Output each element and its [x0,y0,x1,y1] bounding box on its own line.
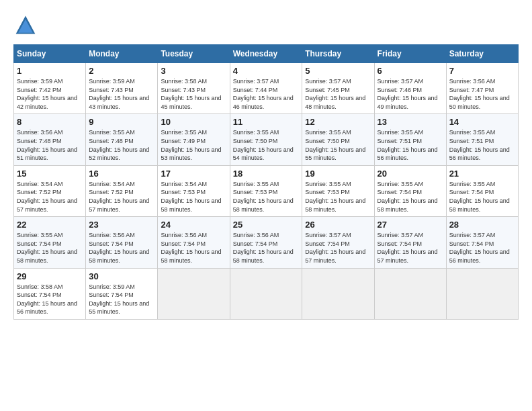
calendar-cell: 27 Sunrise: 3:57 AMSunset: 7:54 PMDaylig… [374,217,446,268]
day-number: 17 [161,169,226,179]
logo-icon [13,13,38,38]
day-number: 27 [378,220,443,230]
day-info: Sunrise: 3:55 AMSunset: 7:51 PMDaylight:… [378,128,443,162]
page-header [13,13,519,38]
calendar-cell: 20 Sunrise: 3:55 AMSunset: 7:54 PMDaylig… [374,165,446,216]
weekday-header-friday: Friday [374,45,446,63]
calendar-cell: 30 Sunrise: 3:59 AMSunset: 7:54 PMDaylig… [86,268,158,319]
day-number: 10 [161,117,226,127]
day-number: 19 [305,169,371,179]
day-info: Sunrise: 3:57 AMSunset: 7:54 PMDaylight:… [378,231,443,265]
calendar-cell: 17 Sunrise: 3:54 AMSunset: 7:53 PMDaylig… [158,165,230,216]
calendar-table: SundayMondayTuesdayWednesdayThursdayFrid… [13,44,519,320]
day-info: Sunrise: 3:59 AMSunset: 7:43 PMDaylight:… [89,77,154,111]
calendar-week-1: 1 Sunrise: 3:59 AMSunset: 7:42 PMDayligh… [14,63,519,114]
calendar-cell: 24 Sunrise: 3:56 AMSunset: 7:54 PMDaylig… [158,217,230,268]
day-info: Sunrise: 3:58 AMSunset: 7:54 PMDaylight:… [17,283,83,316]
calendar-cell [230,268,302,319]
day-number: 9 [89,117,154,127]
calendar-week-2: 8 Sunrise: 3:56 AMSunset: 7:48 PMDayligh… [14,114,519,165]
day-info: Sunrise: 3:55 AMSunset: 7:51 PMDaylight:… [449,128,515,162]
day-info: Sunrise: 3:54 AMSunset: 7:53 PMDaylight:… [161,180,226,214]
calendar-cell: 14 Sunrise: 3:55 AMSunset: 7:51 PMDaylig… [446,114,518,165]
day-info: Sunrise: 3:55 AMSunset: 7:49 PMDaylight:… [161,128,226,162]
day-info: Sunrise: 3:59 AMSunset: 7:54 PMDaylight:… [89,283,154,316]
day-number: 14 [449,117,515,127]
day-info: Sunrise: 3:55 AMSunset: 7:54 PMDaylight:… [17,231,83,265]
day-number: 20 [378,169,443,179]
day-number: 23 [89,220,154,230]
day-info: Sunrise: 3:57 AMSunset: 7:54 PMDaylight:… [305,231,371,265]
calendar-cell: 23 Sunrise: 3:56 AMSunset: 7:54 PMDaylig… [86,217,158,268]
weekday-header-row: SundayMondayTuesdayWednesdayThursdayFrid… [14,45,519,63]
day-info: Sunrise: 3:58 AMSunset: 7:43 PMDaylight:… [161,77,226,111]
calendar-cell: 12 Sunrise: 3:55 AMSunset: 7:50 PMDaylig… [302,114,374,165]
calendar-cell: 16 Sunrise: 3:54 AMSunset: 7:52 PMDaylig… [86,165,158,216]
calendar-week-4: 22 Sunrise: 3:55 AMSunset: 7:54 PMDaylig… [14,217,519,268]
calendar-cell: 6 Sunrise: 3:57 AMSunset: 7:46 PMDayligh… [374,63,446,114]
calendar-cell: 29 Sunrise: 3:58 AMSunset: 7:54 PMDaylig… [14,268,86,319]
day-number: 16 [89,169,154,179]
calendar-week-3: 15 Sunrise: 3:54 AMSunset: 7:52 PMDaylig… [14,165,519,216]
day-info: Sunrise: 3:55 AMSunset: 7:48 PMDaylight:… [89,128,154,162]
calendar-cell: 18 Sunrise: 3:55 AMSunset: 7:53 PMDaylig… [230,165,302,216]
day-number: 29 [17,271,83,281]
calendar-cell: 3 Sunrise: 3:58 AMSunset: 7:43 PMDayligh… [158,63,230,114]
weekday-header-monday: Monday [86,45,158,63]
day-number: 1 [17,66,83,76]
day-info: Sunrise: 3:57 AMSunset: 7:54 PMDaylight:… [449,231,515,265]
calendar-cell: 9 Sunrise: 3:55 AMSunset: 7:48 PMDayligh… [86,114,158,165]
day-number: 18 [233,169,300,179]
day-number: 8 [17,117,83,127]
calendar-cell: 13 Sunrise: 3:55 AMSunset: 7:51 PMDaylig… [374,114,446,165]
day-number: 3 [161,66,226,76]
calendar-cell: 8 Sunrise: 3:56 AMSunset: 7:48 PMDayligh… [14,114,86,165]
day-number: 11 [233,117,300,127]
day-number: 28 [449,220,515,230]
calendar-cell: 4 Sunrise: 3:57 AMSunset: 7:44 PMDayligh… [230,63,302,114]
day-number: 22 [17,220,83,230]
day-info: Sunrise: 3:57 AMSunset: 7:46 PMDaylight:… [378,77,443,111]
weekday-header-saturday: Saturday [446,45,518,63]
calendar-cell [446,268,518,319]
calendar-week-5: 29 Sunrise: 3:58 AMSunset: 7:54 PMDaylig… [14,268,519,319]
calendar-cell: 11 Sunrise: 3:55 AMSunset: 7:50 PMDaylig… [230,114,302,165]
day-number: 6 [378,66,443,76]
day-info: Sunrise: 3:55 AMSunset: 7:50 PMDaylight:… [305,128,371,162]
day-info: Sunrise: 3:55 AMSunset: 7:54 PMDaylight:… [378,180,443,214]
calendar-cell: 28 Sunrise: 3:57 AMSunset: 7:54 PMDaylig… [446,217,518,268]
day-info: Sunrise: 3:57 AMSunset: 7:44 PMDaylight:… [233,77,300,111]
calendar-cell: 26 Sunrise: 3:57 AMSunset: 7:54 PMDaylig… [302,217,374,268]
calendar-cell: 21 Sunrise: 3:55 AMSunset: 7:54 PMDaylig… [446,165,518,216]
day-info: Sunrise: 3:56 AMSunset: 7:47 PMDaylight:… [449,77,515,111]
day-number: 26 [305,220,371,230]
day-info: Sunrise: 3:54 AMSunset: 7:52 PMDaylight:… [17,180,83,214]
day-number: 13 [378,117,443,127]
calendar-cell: 22 Sunrise: 3:55 AMSunset: 7:54 PMDaylig… [14,217,86,268]
day-number: 30 [89,271,154,281]
calendar-cell [158,268,230,319]
day-info: Sunrise: 3:54 AMSunset: 7:52 PMDaylight:… [89,180,154,214]
calendar-cell [302,268,374,319]
day-info: Sunrise: 3:55 AMSunset: 7:53 PMDaylight:… [305,180,371,214]
logo [13,13,42,38]
day-info: Sunrise: 3:55 AMSunset: 7:50 PMDaylight:… [233,128,300,162]
day-info: Sunrise: 3:56 AMSunset: 7:54 PMDaylight:… [233,231,300,265]
day-number: 15 [17,169,83,179]
day-number: 12 [305,117,371,127]
calendar-cell: 10 Sunrise: 3:55 AMSunset: 7:49 PMDaylig… [158,114,230,165]
day-number: 24 [161,220,226,230]
day-number: 5 [305,66,371,76]
weekday-header-thursday: Thursday [302,45,374,63]
calendar-cell: 2 Sunrise: 3:59 AMSunset: 7:43 PMDayligh… [86,63,158,114]
day-number: 7 [449,66,515,76]
calendar-cell: 19 Sunrise: 3:55 AMSunset: 7:53 PMDaylig… [302,165,374,216]
calendar-cell [374,268,446,319]
calendar-cell: 15 Sunrise: 3:54 AMSunset: 7:52 PMDaylig… [14,165,86,216]
day-number: 21 [449,169,515,179]
day-info: Sunrise: 3:55 AMSunset: 7:54 PMDaylight:… [449,180,515,214]
weekday-header-tuesday: Tuesday [158,45,230,63]
calendar-cell: 25 Sunrise: 3:56 AMSunset: 7:54 PMDaylig… [230,217,302,268]
day-info: Sunrise: 3:56 AMSunset: 7:48 PMDaylight:… [17,128,83,162]
day-number: 25 [233,220,300,230]
